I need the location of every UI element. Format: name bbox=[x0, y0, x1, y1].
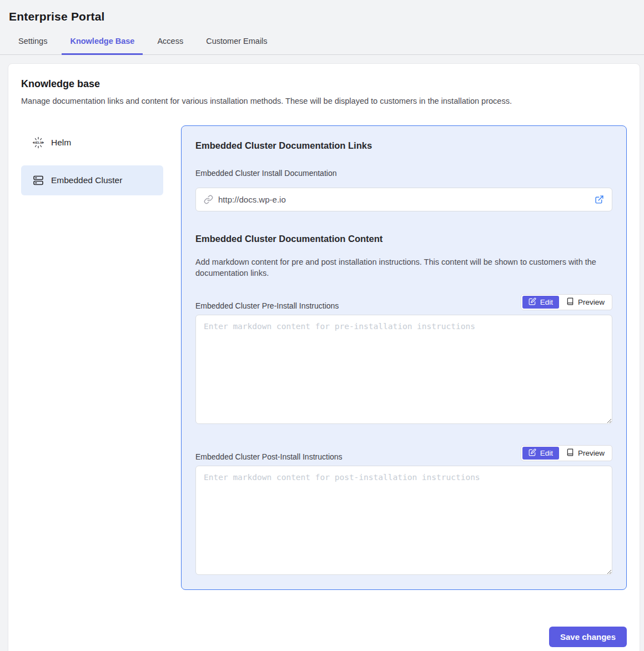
tab-knowledge-base[interactable]: Knowledge Base bbox=[62, 33, 143, 55]
save-changes-button[interactable]: Save changes bbox=[549, 627, 627, 647]
pre-install-label: Embedded Cluster Pre-Install Instruction… bbox=[195, 301, 339, 310]
top-header: Enterprise Portal bbox=[0, 0, 644, 23]
tab-access[interactable]: Access bbox=[149, 33, 192, 55]
pre-install-label-row: Embedded Cluster Pre-Install Instruction… bbox=[195, 294, 612, 310]
install-doc-label: Embedded Cluster Install Documentation bbox=[195, 169, 612, 178]
link-icon bbox=[204, 195, 213, 204]
preview-button-label: Preview bbox=[578, 298, 605, 306]
post-install-label: Embedded Cluster Post-Install Instructio… bbox=[195, 452, 343, 461]
post-install-preview-button[interactable]: Preview bbox=[560, 447, 611, 460]
helm-icon: HELM bbox=[32, 137, 44, 149]
external-link-icon[interactable] bbox=[595, 195, 604, 204]
knowledge-base-card: Knowledge base Manage documentation link… bbox=[8, 63, 640, 651]
edit-icon bbox=[529, 297, 536, 307]
content-section-title: Embedded Cluster Documentation Content bbox=[195, 234, 612, 244]
edit-button-label: Edit bbox=[540, 298, 553, 306]
section-description: Manage documentation links and content f… bbox=[21, 97, 627, 105]
section-title: Knowledge base bbox=[21, 78, 627, 90]
tab-settings[interactable]: Settings bbox=[10, 33, 56, 55]
pre-install-textarea[interactable] bbox=[195, 315, 612, 424]
install-method-sidebar: HELM Helm Embedded Cluster bbox=[21, 125, 163, 590]
svg-text:HELM: HELM bbox=[33, 140, 43, 144]
sidebar-item-embedded-cluster[interactable]: Embedded Cluster bbox=[21, 165, 163, 195]
pre-install-preview-button[interactable]: Preview bbox=[560, 296, 611, 309]
sidebar-item-label: Embedded Cluster bbox=[51, 175, 122, 185]
pre-install-edit-button[interactable]: Edit bbox=[522, 296, 559, 309]
book-icon bbox=[566, 297, 574, 307]
edit-icon bbox=[529, 448, 536, 458]
install-doc-url-input[interactable] bbox=[195, 188, 612, 211]
embedded-cluster-panel: Embedded Cluster Documentation Links Emb… bbox=[181, 125, 627, 590]
card-footer: Save changes bbox=[21, 627, 627, 647]
install-doc-field bbox=[195, 188, 612, 211]
edit-button-label: Edit bbox=[540, 449, 553, 457]
preview-button-label: Preview bbox=[578, 449, 605, 457]
server-stack-icon bbox=[32, 174, 44, 186]
post-install-label-row: Embedded Cluster Post-Install Instructio… bbox=[195, 445, 612, 461]
page-title: Enterprise Portal bbox=[9, 10, 635, 23]
pre-install-mode-toggle: Edit Preview bbox=[521, 294, 612, 310]
links-section-title: Embedded Cluster Documentation Links bbox=[195, 140, 612, 151]
sidebar-item-label: Helm bbox=[51, 138, 71, 148]
post-install-mode-toggle: Edit Preview bbox=[521, 445, 612, 461]
book-icon bbox=[566, 448, 574, 458]
content-section-description: Add markdown content for pre and post in… bbox=[195, 256, 612, 279]
tab-customer-emails[interactable]: Customer Emails bbox=[198, 33, 275, 55]
post-install-textarea[interactable] bbox=[195, 466, 612, 575]
tab-bar: Settings Knowledge Base Access Customer … bbox=[0, 33, 644, 55]
sidebar-item-helm[interactable]: HELM Helm bbox=[21, 128, 163, 158]
post-install-edit-button[interactable]: Edit bbox=[522, 447, 559, 460]
